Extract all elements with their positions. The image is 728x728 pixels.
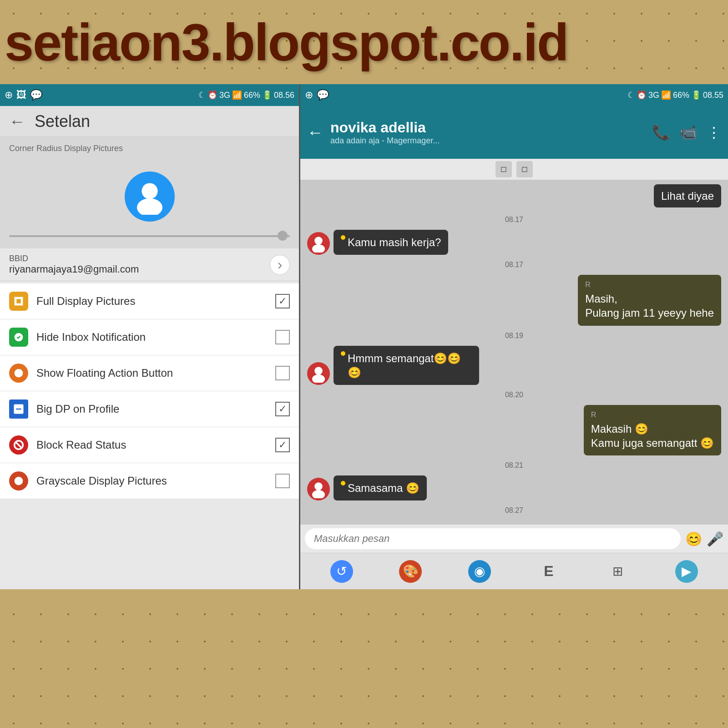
settings-title: Setelan bbox=[35, 112, 90, 131]
chat-messages: Lihat diyae 08.17 Kamu masih kerja? 08.1 bbox=[300, 180, 728, 524]
message-row-9: R Makasih 😊Kamu juga semangatt 😊 bbox=[307, 405, 721, 455]
settings-item-hide-inbox[interactable]: Hide Inbox Notification bbox=[0, 319, 299, 355]
slider-label: Corner Radius Display Pictures bbox=[9, 144, 290, 153]
sender-initial: R bbox=[585, 280, 714, 290]
contact-status: ada adain aja - Magermager... bbox=[330, 136, 645, 146]
action-e[interactable]: E bbox=[537, 560, 560, 583]
svg-line-6 bbox=[15, 442, 22, 448]
svg-point-13 bbox=[312, 490, 325, 498]
settings-item-grayscale[interactable]: Grayscale Display Pictures bbox=[0, 463, 299, 499]
bbid-email: riyanarmajaya19@gmail.com bbox=[9, 263, 139, 275]
bbid-label: BBID bbox=[9, 254, 139, 263]
moon-icon: ☾ bbox=[198, 90, 206, 100]
grayscale-label: Grayscale Display Pictures bbox=[36, 475, 275, 487]
battery-icon: 🔋 bbox=[262, 90, 272, 100]
msg9-text: Makasih 😊Kamu juga semangatt 😊 bbox=[591, 423, 714, 449]
phone-right: ⊕ 💬 ☾ ⏰ 3G 📶 66% 🔋 08.55 ← novika adelli… bbox=[300, 84, 728, 589]
message-dot-3 bbox=[341, 481, 345, 485]
message-row-3: Kamu masih kerja? bbox=[307, 230, 721, 255]
add-icon-r: ⊕ bbox=[305, 89, 313, 101]
action-circle[interactable]: ◉ bbox=[468, 560, 491, 583]
mic-icon[interactable]: 🎤 bbox=[707, 531, 723, 547]
phone-call-icon[interactable]: 📞 bbox=[652, 124, 670, 141]
bottom-bar bbox=[0, 589, 728, 728]
chat-header-icons: 📞 📹 ⋮ bbox=[652, 124, 721, 141]
svg-point-1 bbox=[137, 198, 162, 215]
svg-point-9 bbox=[312, 244, 325, 253]
settings-item-bigdp[interactable]: Big DP on Profile bbox=[0, 391, 299, 427]
pin-btn-1[interactable]: □ bbox=[495, 161, 512, 177]
battery-level-r: 66% bbox=[673, 91, 689, 100]
contact-avatar-2 bbox=[307, 362, 330, 385]
phones-container: ⊕ 🖼 💬 ☾ ⏰ 3G 📶 66% 🔋 08.56 ← Setelan bbox=[0, 84, 728, 589]
svg-point-12 bbox=[314, 482, 323, 490]
message-time-4: 08.20 bbox=[307, 391, 721, 399]
message-row-11: Samasama 😊 bbox=[307, 475, 721, 500]
msg5-text: Masih,Pulang jam 11 yeeyy hehe bbox=[585, 293, 714, 319]
floating-checkbox[interactable] bbox=[275, 366, 290, 380]
status-bar-right-left: ⊕ 💬 bbox=[305, 89, 329, 101]
floating-label: Show Floating Action Button bbox=[36, 367, 275, 379]
signal-3g: 3G bbox=[219, 91, 230, 100]
msg3-text: Kamu masih kerja? bbox=[348, 235, 441, 249]
message-input[interactable] bbox=[305, 528, 681, 549]
message-time-6: 08.27 bbox=[307, 506, 721, 515]
message-time-2: 08.17 bbox=[307, 261, 721, 269]
clock-right: 08.55 bbox=[703, 91, 723, 100]
message-time-5: 08.21 bbox=[307, 461, 721, 470]
action-refresh[interactable]: ↺ bbox=[330, 560, 353, 583]
settings-item-floating[interactable]: Show Floating Action Button bbox=[0, 355, 299, 391]
message-bubble-7: Hmmm semangat😊😊😊 bbox=[334, 346, 479, 385]
signal-bars: 📶 bbox=[232, 90, 242, 100]
message-bubble-3: Kamu masih kerja? bbox=[334, 230, 448, 255]
slider-section: Corner Radius Display Pictures bbox=[0, 137, 299, 165]
full-display-checkbox[interactable] bbox=[275, 294, 290, 308]
slider-track[interactable] bbox=[9, 235, 290, 237]
image-icon: 🖼 bbox=[16, 89, 26, 101]
chat-header-info: novika adellia ada adain aja - Magermage… bbox=[330, 119, 645, 146]
bigdp-label: Big DP on Profile bbox=[36, 403, 275, 415]
full-display-label: Full Display Pictures bbox=[36, 295, 275, 308]
pin-btn-2[interactable]: □ bbox=[516, 161, 533, 177]
bbid-info: BBID riyanarmajaya19@gmail.com bbox=[9, 254, 139, 275]
bbid-arrow[interactable]: › bbox=[270, 255, 290, 275]
chat-input-bar: 😊 🎤 bbox=[300, 524, 728, 553]
msg1-text: Lihat diyae bbox=[661, 190, 714, 202]
action-grid[interactable]: ⊞ bbox=[606, 560, 629, 583]
message-bubble-5: R Masih,Pulang jam 11 yeeyy hehe bbox=[578, 275, 721, 325]
block-read-label: Block Read Status bbox=[36, 439, 275, 451]
phone-left: ⊕ 🖼 💬 ☾ ⏰ 3G 📶 66% 🔋 08.56 ← Setelan bbox=[0, 84, 300, 589]
bbid-section[interactable]: BBID riyanarmajaya19@gmail.com › bbox=[0, 248, 299, 281]
emoji-icon[interactable]: 😊 bbox=[685, 531, 702, 547]
message-bubble-1: Lihat diyae bbox=[654, 184, 721, 207]
message-dot-2 bbox=[341, 351, 345, 356]
sender-initial-2: R bbox=[591, 410, 714, 420]
bigdp-checkbox[interactable] bbox=[275, 402, 290, 416]
message-row-1: Lihat diyae bbox=[307, 184, 721, 207]
status-bar-right-info: ☾ ⏰ 3G 📶 66% 🔋 08.56 bbox=[198, 90, 294, 100]
video-call-icon[interactable]: 📹 bbox=[679, 124, 698, 141]
slider-thumb[interactable] bbox=[278, 231, 288, 241]
grayscale-checkbox[interactable] bbox=[275, 474, 290, 488]
settings-list: Full Display Pictures Hide Inbox Notific… bbox=[0, 283, 299, 499]
more-options-icon[interactable]: ⋮ bbox=[707, 124, 721, 141]
back-button-right[interactable]: ← bbox=[307, 123, 324, 142]
settings-item-block-read[interactable]: Block Read Status bbox=[0, 427, 299, 463]
action-paint[interactable]: 🎨 bbox=[399, 560, 422, 583]
block-read-checkbox[interactable] bbox=[275, 438, 290, 452]
message-bubble-11: Samasama 😊 bbox=[334, 475, 427, 500]
message-time-3: 08.19 bbox=[307, 332, 721, 340]
action-play[interactable]: ▶ bbox=[675, 560, 698, 583]
msg7-text: Hmmm semangat😊😊😊 bbox=[348, 351, 472, 379]
battery-icon-r: 🔋 bbox=[691, 90, 701, 100]
hide-inbox-checkbox[interactable] bbox=[275, 330, 290, 344]
svg-point-11 bbox=[312, 374, 325, 383]
settings-item-full-display[interactable]: Full Display Pictures bbox=[0, 283, 299, 319]
message-time-1: 08.17 bbox=[307, 216, 721, 224]
back-button-left[interactable]: ← bbox=[9, 112, 25, 131]
status-bar-right-right: ☾ ⏰ 3G 📶 66% 🔋 08.55 bbox=[627, 90, 723, 100]
slider-bar-container[interactable] bbox=[0, 228, 299, 248]
contact-name: novika adellia bbox=[330, 119, 645, 136]
svg-point-0 bbox=[142, 183, 157, 199]
grayscale-icon bbox=[9, 471, 28, 490]
